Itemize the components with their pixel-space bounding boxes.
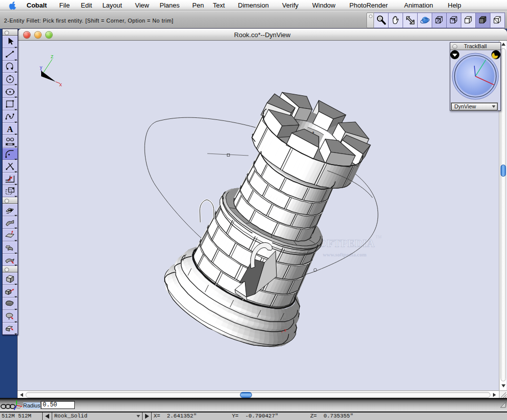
- svg-text:,x: ,x: [281, 328, 287, 333]
- svg-text:y: y: [40, 65, 43, 70]
- svg-text:Z: Z: [51, 55, 54, 60]
- svg-text:A: A: [7, 124, 14, 134]
- svg-text:TM: TM: [375, 235, 382, 239]
- svg-text:X: X: [59, 83, 62, 88]
- svg-text:*: *: [312, 131, 314, 136]
- svg-text:www.softpedia.com: www.softpedia.com: [323, 252, 366, 257]
